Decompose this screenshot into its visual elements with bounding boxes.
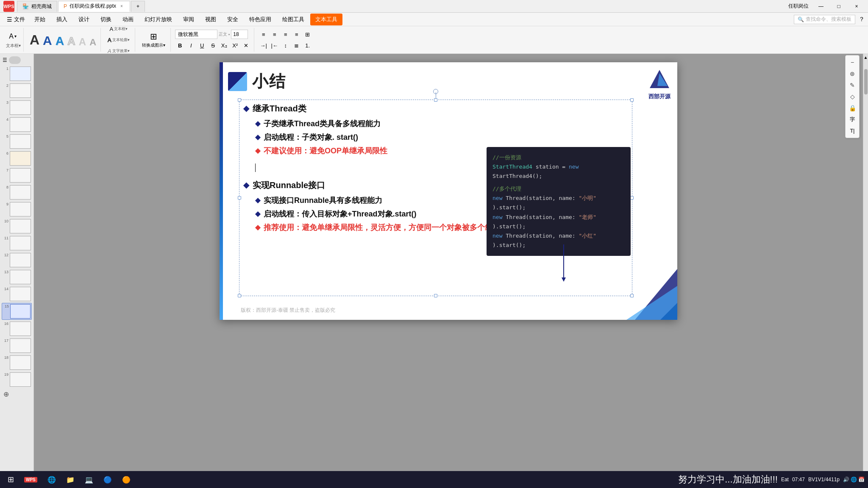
text-box-dropdown[interactable]: A▾ [6, 31, 19, 42]
panel-view-toggle[interactable] [9, 56, 21, 64]
slide-thumb-19[interactable]: 19 [2, 372, 32, 388]
clear-format-btn[interactable]: ✕ [241, 41, 251, 50]
slide-thumb-1[interactable]: 1 [2, 66, 32, 82]
slide-thumb-10[interactable]: 10 [2, 218, 32, 234]
slide-thumb-2[interactable]: 2 [2, 83, 32, 99]
slide-thumb-5[interactable]: 5 [2, 133, 32, 150]
ft-shape-btn[interactable]: ◇ [846, 91, 858, 102]
slide-thumb-9[interactable]: 9 [2, 201, 32, 217]
tab-animation[interactable]: 动画 [117, 14, 139, 25]
rotate-handle[interactable] [433, 89, 438, 94]
slide-thumb-14[interactable]: 14 [2, 286, 32, 302]
handle-bm[interactable] [434, 294, 437, 297]
handle-bl[interactable] [238, 294, 241, 297]
menu-button[interactable]: ☰ 文件 [3, 14, 28, 25]
slide-thumb-18[interactable]: 18 [2, 355, 32, 371]
tab-transition[interactable]: 切换 [95, 14, 117, 25]
taskbar-start[interactable]: ⊞ [3, 472, 18, 487]
indent-decrease-btn[interactable]: |← [270, 41, 280, 50]
ft-minus-btn[interactable]: − [846, 57, 858, 68]
slide-title[interactable]: 小结 [252, 71, 286, 92]
slide-thumb-16[interactable]: 16 [2, 321, 32, 337]
align-justify-btn[interactable]: ≡ [292, 30, 302, 39]
tab-store[interactable]: 🏪 稻壳商城 [17, 1, 57, 12]
indent-increase-btn[interactable]: →| [259, 41, 269, 50]
tab-security[interactable]: 安全 [222, 14, 243, 25]
slide-thumb-4[interactable]: 4 [2, 116, 32, 133]
font-size-input[interactable] [231, 30, 248, 39]
italic-btn[interactable]: I [186, 41, 196, 50]
slide-thumb-12[interactable]: 12 [2, 252, 32, 268]
tab-draw[interactable]: 绘图工具 [277, 14, 309, 25]
handle-tr[interactable] [630, 98, 634, 102]
panel-toggle[interactable]: ☰ [3, 57, 7, 63]
taskbar-app1[interactable]: 💻 [81, 472, 97, 487]
big-a-3[interactable]: A [56, 34, 64, 48]
ordered-list-btn[interactable]: 1. [303, 41, 313, 50]
handle-tm[interactable] [434, 98, 437, 102]
tab-view[interactable]: 视图 [200, 14, 221, 25]
tab-close-icon[interactable]: × [119, 3, 125, 9]
add-slide-btn[interactable]: ⊕ [2, 388, 32, 400]
ft-layers-btn[interactable]: ⊛ [846, 68, 858, 79]
slide[interactable]: 小结 西部开源 [220, 62, 677, 320]
slide-thumb-3[interactable]: 3 [2, 100, 32, 116]
scrollbar-thumb[interactable] [864, 69, 868, 94]
taskbar-app2[interactable]: 🔵 [99, 472, 116, 487]
ft-edit-btn[interactable]: ✎ [846, 80, 858, 91]
tab-start[interactable]: 开始 [29, 14, 50, 25]
tab-text[interactable]: 文本工具 [310, 14, 342, 25]
scroll-up-btn[interactable]: ▲ [863, 54, 868, 61]
big-a-5[interactable]: A [79, 36, 86, 48]
big-a-2[interactable]: A [43, 33, 52, 48]
slide-thumb-6[interactable]: 6 [2, 150, 32, 166]
text-frame-btn[interactable]: A文本框▾ [107, 24, 131, 33]
tab-add[interactable]: + [131, 1, 145, 12]
bold-btn[interactable]: B [175, 41, 185, 50]
help-icon[interactable]: ？ [859, 16, 865, 23]
taskbar-wps[interactable]: WPS [20, 472, 42, 487]
align-left-btn[interactable]: ≡ [259, 30, 269, 39]
slide-thumb-15[interactable]: 15 [2, 303, 32, 320]
big-a-1[interactable]: A [30, 32, 39, 48]
handle-mr[interactable] [630, 196, 634, 200]
slide-thumb-11[interactable]: 11 [2, 235, 32, 251]
big-a-6[interactable]: A [89, 37, 96, 48]
handle-tl[interactable] [238, 98, 241, 102]
slide-thumb-13[interactable]: 13 [2, 269, 32, 285]
taskbar-app3[interactable]: 🟠 [118, 472, 135, 487]
ft-text-btn[interactable]: 字 [846, 114, 858, 125]
superscript-btn[interactable]: X² [230, 41, 240, 50]
line-height-btn[interactable]: ↕ [281, 41, 291, 50]
text-input-area[interactable] [255, 164, 520, 172]
align-center-btn[interactable]: ≡ [270, 30, 280, 39]
align-right-btn[interactable]: ≡ [281, 30, 291, 39]
underline-btn[interactable]: U [197, 41, 207, 50]
minimize-button[interactable]: — [813, 1, 829, 12]
taskbar-explorer[interactable]: 📁 [62, 472, 79, 487]
scrollbar-right[interactable]: ▲ ▼ [863, 54, 868, 486]
tab-slideshow[interactable]: 幻灯片放映 [139, 14, 177, 25]
bullet-list-btn[interactable]: ≣ [292, 41, 302, 50]
text-outline-btn[interactable]: A文本轮廓▾ [105, 35, 132, 44]
strikethrough-btn[interactable]: S [208, 41, 218, 50]
subscript-btn[interactable]: X₂ [219, 41, 229, 50]
slide-thumb-7[interactable]: 7 [2, 167, 32, 183]
tab-special[interactable]: 特色应用 [244, 14, 276, 25]
convert-btn[interactable]: ⊞ 转换成图示▾ [139, 29, 168, 50]
wps-logo[interactable]: WPS [3, 1, 14, 12]
ft-lock-btn[interactable]: 🔒 [846, 103, 858, 114]
tab-design[interactable]: 设计 [73, 14, 95, 25]
slide-thumb-8[interactable]: 8 [2, 184, 32, 200]
font-name-input[interactable] [175, 30, 217, 39]
taskbar-browser[interactable]: 🌐 [43, 472, 60, 487]
tab-review[interactable]: 审阅 [178, 14, 199, 25]
columns-btn[interactable]: ⊞ [303, 30, 313, 39]
search-bar[interactable]: 🔍 查找命令、搜索模板 [794, 15, 855, 24]
slide-thumb-17[interactable]: 17 [2, 338, 32, 354]
big-a-4[interactable]: A [67, 35, 75, 48]
maximize-button[interactable]: □ [831, 1, 847, 12]
handle-ml[interactable] [238, 196, 241, 200]
taskbar-sys-icons[interactable]: 🔊 🌐 📅 [843, 477, 865, 482]
tab-insert[interactable]: 插入 [51, 14, 72, 25]
